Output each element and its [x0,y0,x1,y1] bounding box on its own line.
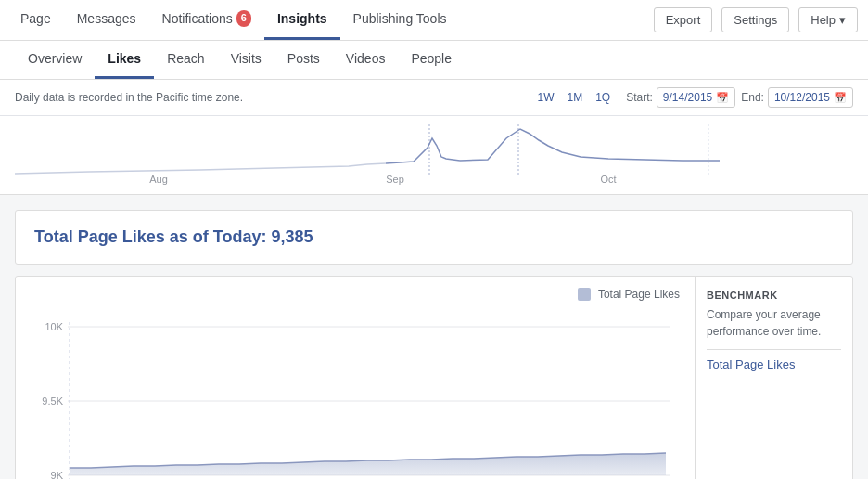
nav-tab-publishing[interactable]: Publishing Tools [340,0,460,40]
sub-tab-posts[interactable]: Posts [274,41,333,79]
end-date-text: 10/12/2015 [774,91,830,104]
help-label: Help [811,13,836,27]
sub-tab-posts-label: Posts [287,51,320,66]
total-likes-card: Total Page Likes as of Today: 9,385 [15,210,853,265]
end-date-value[interactable]: 10/12/2015 📅 [768,87,853,108]
sub-tab-videos-label: Videos [346,51,386,66]
sparkline-svg: Aug Sep Oct [15,120,720,185]
nav-tab-notifications-label: Notifications [162,11,233,26]
top-nav: Page Messages Notifications 6 Insights P… [0,0,868,41]
benchmark-desc: Compare your average performance over ti… [707,306,841,340]
end-date-row: End: 10/12/2015 📅 [741,87,853,108]
nav-tab-page[interactable]: Page [7,0,64,40]
main-chart-svg: 10K 9.5K 9K 15 16 17 18 19 20 21 22 2 [31,308,680,479]
nav-tab-messages-label: Messages [77,11,136,26]
benchmark-divider [707,349,841,350]
svg-text:10K: 10K [45,321,63,332]
export-button[interactable]: Export [654,7,713,32]
start-date-label: Start: [626,91,653,104]
benchmark-sidebar: BENCHMARK Compare your average performan… [695,277,852,479]
legend-swatch [578,288,591,301]
chart-area: Total Page Likes 10K 9.5K 9K [16,277,695,479]
top-nav-right: Export Settings Help ▾ [651,0,861,40]
period-1m[interactable]: 1M [562,89,587,106]
nav-tab-insights-label: Insights [277,11,327,26]
chevron-down-icon: ▾ [839,13,846,27]
start-date-text: 9/14/2015 [663,91,712,104]
chart-card: Total Page Likes 10K 9.5K 9K [15,276,853,479]
benchmark-title: BENCHMARK [707,290,841,301]
legend-label: Total Page Likes [598,288,680,301]
total-likes-text: Total Page Likes as of Today: 9,385 [34,227,834,247]
settings-button[interactable]: Settings [721,7,789,32]
period-buttons: 1W 1M 1Q [532,89,615,106]
sub-tab-people[interactable]: People [398,41,465,79]
date-input-group: Start: 9/14/2015 📅 End: 10/12/2015 📅 [626,87,853,108]
calendar-icon-end: 📅 [834,92,847,104]
svg-text:Aug: Aug [149,174,168,185]
main-content: Total Page Likes as of Today: 9,385 Tota… [0,195,868,479]
total-likes-prefix: Total Page Likes as of Today: [34,227,271,246]
svg-text:Sep: Sep [386,174,404,185]
sparkline-container: Aug Sep Oct [0,116,868,194]
date-range-bar: Daily data is recorded in the Pacific ti… [0,80,868,116]
sub-tab-people-label: People [411,51,452,66]
period-1w[interactable]: 1W [532,89,558,106]
start-date-row: Start: 9/14/2015 📅 [626,87,735,108]
sub-tab-reach[interactable]: Reach [154,41,217,79]
benchmark-link[interactable]: Total Page Likes [707,357,841,371]
sub-tab-overview[interactable]: Overview [15,41,95,79]
top-nav-left: Page Messages Notifications 6 Insights P… [7,0,651,40]
date-range-section: Daily data is recorded in the Pacific ti… [0,80,868,195]
nav-tab-messages[interactable]: Messages [64,0,149,40]
calendar-icon-start: 📅 [716,92,729,104]
end-date-label: End: [741,91,764,104]
sub-tab-visits[interactable]: Visits [218,41,274,79]
nav-tab-publishing-label: Publishing Tools [353,11,447,26]
svg-text:Oct: Oct [600,174,616,185]
nav-tab-notifications[interactable]: Notifications 6 [149,0,264,40]
start-date-value[interactable]: 9/14/2015 📅 [657,87,735,108]
date-controls: 1W 1M 1Q Start: 9/14/2015 📅 End: 10/12/2… [532,87,853,108]
notifications-badge: 6 [236,10,251,26]
sub-tab-overview-label: Overview [28,51,82,66]
help-button[interactable]: Help ▾ [798,7,858,32]
total-likes-value: 9,385 [271,227,313,246]
timezone-note: Daily data is recorded in the Pacific ti… [15,91,243,104]
sub-tab-reach-label: Reach [167,51,204,66]
chart-legend: Total Page Likes [31,288,680,301]
sub-tab-videos[interactable]: Videos [333,41,399,79]
svg-text:9K: 9K [51,470,64,479]
sub-tab-likes-label: Likes [108,51,141,66]
sub-tab-visits-label: Visits [231,51,262,66]
period-1q[interactable]: 1Q [591,89,615,106]
nav-tab-page-label: Page [20,11,51,26]
sub-tab-likes[interactable]: Likes [95,41,154,79]
svg-text:9.5K: 9.5K [42,395,63,407]
sub-nav: Overview Likes Reach Visits Posts Videos… [0,41,868,80]
nav-tab-insights[interactable]: Insights [264,0,340,40]
